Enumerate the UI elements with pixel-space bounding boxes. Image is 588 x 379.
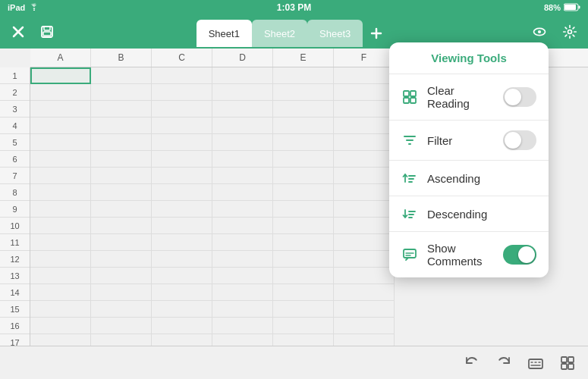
- grid-cell[interactable]: [30, 318, 91, 334]
- grid-cell[interactable]: [273, 268, 334, 284]
- grid-cell[interactable]: [212, 84, 273, 101]
- grid-cell[interactable]: [91, 218, 152, 234]
- grid-cell[interactable]: [91, 134, 152, 151]
- grid-cell[interactable]: [91, 117, 152, 134]
- grid-cell[interactable]: [334, 251, 395, 268]
- grid-cell[interactable]: [91, 268, 152, 284]
- keyboard-button[interactable]: [527, 355, 544, 371]
- grid-cell[interactable]: [152, 251, 212, 268]
- clear-reading-item[interactable]: Clear Reading: [389, 74, 549, 121]
- grid-cell[interactable]: [212, 251, 273, 268]
- grid-cell[interactable]: [273, 301, 334, 318]
- grid-cell[interactable]: [212, 284, 273, 301]
- grid-cell[interactable]: [212, 134, 273, 151]
- grid-cell[interactable]: [152, 67, 212, 84]
- grid-cell[interactable]: [152, 301, 212, 318]
- grid-cell[interactable]: [334, 318, 395, 334]
- grid-cell[interactable]: [273, 134, 334, 151]
- grid-cell[interactable]: [212, 201, 273, 218]
- grid-cell[interactable]: [273, 67, 334, 84]
- grid-cell[interactable]: [30, 67, 91, 84]
- grid-cell[interactable]: [152, 234, 212, 251]
- grid-cell[interactable]: [152, 318, 212, 334]
- grid-cell[interactable]: [334, 201, 395, 218]
- grid-view-button[interactable]: [559, 355, 576, 371]
- grid-cell[interactable]: [334, 218, 395, 234]
- grid-cell[interactable]: [152, 184, 212, 201]
- grid-cell[interactable]: [91, 67, 152, 84]
- grid-cell[interactable]: [334, 84, 395, 101]
- grid-cell[interactable]: [334, 101, 395, 117]
- sheet-tab-2[interactable]: Sheet2: [252, 20, 307, 47]
- grid-cell[interactable]: [152, 168, 212, 184]
- grid-cell[interactable]: [91, 101, 152, 117]
- grid-cell[interactable]: [212, 218, 273, 234]
- grid-cell[interactable]: [334, 284, 395, 301]
- show-comments-toggle[interactable]: [503, 245, 536, 265]
- grid-cell[interactable]: [212, 184, 273, 201]
- filter-toggle[interactable]: [503, 130, 536, 150]
- grid-cell[interactable]: [212, 301, 273, 318]
- grid-cell[interactable]: [152, 151, 212, 168]
- grid-cell[interactable]: [152, 84, 212, 101]
- grid-cell[interactable]: [152, 268, 212, 284]
- grid-cell[interactable]: [273, 151, 334, 168]
- close-button[interactable]: [6, 21, 30, 42]
- grid-cell[interactable]: [30, 184, 91, 201]
- grid-cell[interactable]: [91, 251, 152, 268]
- grid-cell[interactable]: [212, 234, 273, 251]
- settings-button[interactable]: [558, 21, 582, 42]
- viewing-tools-button[interactable]: [527, 21, 552, 42]
- grid-cell[interactable]: [212, 117, 273, 134]
- grid-cell[interactable]: [334, 268, 395, 284]
- grid-cell[interactable]: [212, 318, 273, 334]
- grid-cell[interactable]: [273, 184, 334, 201]
- grid-cell[interactable]: [334, 301, 395, 318]
- grid-cell[interactable]: [273, 318, 334, 334]
- grid-cell[interactable]: [30, 201, 91, 218]
- grid-cell[interactable]: [91, 151, 152, 168]
- redo-button[interactable]: [495, 355, 512, 371]
- grid-cell[interactable]: [273, 117, 334, 134]
- grid-cell[interactable]: [152, 218, 212, 234]
- grid-cell[interactable]: [30, 101, 91, 117]
- grid-cell[interactable]: [91, 84, 152, 101]
- grid-cell[interactable]: [273, 251, 334, 268]
- grid-cell[interactable]: [91, 201, 152, 218]
- grid-cell[interactable]: [30, 234, 91, 251]
- grid-cell[interactable]: [334, 67, 395, 84]
- grid-cell[interactable]: [91, 184, 152, 201]
- grid-cell[interactable]: [212, 101, 273, 117]
- undo-button[interactable]: [464, 355, 480, 371]
- save-button[interactable]: [35, 21, 59, 42]
- ascending-item[interactable]: Ascending: [389, 161, 549, 196]
- grid-cell[interactable]: [91, 301, 152, 318]
- grid-cell[interactable]: [334, 117, 395, 134]
- grid-cell[interactable]: [30, 251, 91, 268]
- grid-cell[interactable]: [91, 168, 152, 184]
- grid-cell[interactable]: [334, 151, 395, 168]
- sheet-tab-3[interactable]: Sheet3: [307, 20, 363, 47]
- grid-cell[interactable]: [334, 234, 395, 251]
- grid-cell[interactable]: [30, 117, 91, 134]
- grid-cell[interactable]: [273, 101, 334, 117]
- grid-cell[interactable]: [212, 268, 273, 284]
- grid-cell[interactable]: [91, 234, 152, 251]
- grid-cell[interactable]: [30, 301, 91, 318]
- descending-item[interactable]: Descending: [389, 196, 549, 232]
- grid-cell[interactable]: [152, 101, 212, 117]
- grid-cell[interactable]: [152, 284, 212, 301]
- grid-cell[interactable]: [152, 117, 212, 134]
- grid-cell[interactable]: [273, 284, 334, 301]
- add-sheet-button[interactable]: [363, 20, 390, 47]
- grid-cell[interactable]: [30, 268, 91, 284]
- filter-item[interactable]: Filter: [389, 121, 549, 161]
- show-comments-item[interactable]: Show Comments: [389, 232, 549, 277]
- grid-cell[interactable]: [273, 218, 334, 234]
- clear-reading-toggle[interactable]: [503, 87, 536, 107]
- grid-cell[interactable]: [334, 134, 395, 151]
- grid-cell[interactable]: [91, 318, 152, 334]
- grid-cell[interactable]: [273, 168, 334, 184]
- grid-cell[interactable]: [212, 168, 273, 184]
- grid-cell[interactable]: [273, 234, 334, 251]
